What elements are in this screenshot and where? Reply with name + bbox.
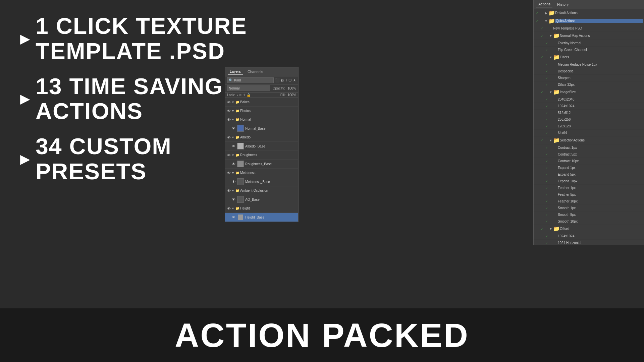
- layer-expand-icon[interactable]: ▼: [231, 118, 234, 121]
- layer-row[interactable]: 👁 AO_Base: [225, 195, 298, 204]
- visibility-toggle[interactable]: 👁: [226, 100, 231, 104]
- layer-expand-icon[interactable]: ▼: [231, 171, 234, 175]
- visibility-toggle[interactable]: 👁: [231, 162, 236, 166]
- action-row[interactable]: ✓ Smooth 1px: [534, 205, 644, 212]
- action-row[interactable]: ✓ 1024x1024: [534, 233, 644, 240]
- action-row[interactable]: ✓ ▼ 📁 Offset: [534, 225, 644, 233]
- tab-actions[interactable]: Actions: [536, 1, 552, 7]
- action-expand-icon[interactable]: ▼: [548, 56, 553, 59]
- layer-row[interactable]: 👁 ▼📁 Metalness: [225, 169, 298, 177]
- action-row[interactable]: ✓ Median Reduce Noise 1px: [534, 61, 644, 68]
- action-expand-icon[interactable]: ▼: [548, 227, 553, 231]
- action-row[interactable]: ✓ 64x64: [534, 130, 644, 136]
- visibility-toggle[interactable]: 👁: [231, 197, 236, 201]
- layer-row[interactable]: 👁 ▼📁 Photos: [225, 107, 298, 115]
- visibility-toggle[interactable]: 👁: [231, 215, 236, 219]
- visibility-toggle[interactable]: 👁: [226, 206, 231, 210]
- lock-paint-icon[interactable]: ✏: [239, 93, 242, 97]
- tab-history[interactable]: History: [555, 2, 571, 7]
- layer-expand-icon[interactable]: ▼: [231, 109, 234, 113]
- lock-all-icon[interactable]: 🔒: [247, 93, 251, 97]
- action-row[interactable]: ✓ 1024x1024: [534, 103, 644, 110]
- lock-move-icon[interactable]: ✛: [243, 93, 246, 97]
- action-expand-icon[interactable]: ▼: [548, 34, 553, 38]
- layer-expand-icon[interactable]: ▼: [231, 207, 234, 210]
- layer-expand-icon[interactable]: ▼: [231, 136, 234, 139]
- action-row[interactable]: ✓ Contract 1px: [534, 144, 644, 151]
- action-row[interactable]: ✓ Smooth 10px: [534, 218, 644, 225]
- action-row[interactable]: ✓ 512x512: [534, 110, 644, 116]
- lock-transparent-icon[interactable]: ▪: [237, 93, 238, 97]
- feature-text-1: 1 CLICK TEXTURE TEMPLATE .PSD: [36, 13, 288, 64]
- smart-filter-icon[interactable]: ★: [293, 78, 296, 82]
- action-row[interactable]: ✓ 1024 Horizontal: [534, 240, 644, 244]
- layer-row[interactable]: 👁 ▼📁 Roughness: [225, 151, 298, 160]
- adjustment-filter-icon[interactable]: ◐: [281, 78, 284, 82]
- action-folder-icon: 📁: [548, 18, 555, 24]
- layer-row[interactable]: 👁 ▼📁 Height: [225, 204, 298, 213]
- layers-search[interactable]: 🔍 Kind: [227, 77, 274, 83]
- action-row[interactable]: ✓ ▼ 📁 Filters: [534, 53, 644, 61]
- action-row[interactable]: ✓ 128x128: [534, 123, 644, 130]
- action-row[interactable]: ✓ Smooth 5px: [534, 212, 644, 218]
- action-name: New Template PSD: [553, 26, 643, 30]
- action-row[interactable]: ✓ Feather 10px: [534, 198, 644, 205]
- layer-row[interactable]: 👁 ▼📁 Albedo: [225, 133, 298, 142]
- action-name: Normal Map Actions: [560, 34, 643, 38]
- fill-value[interactable]: 100%: [287, 93, 296, 97]
- visibility-toggle[interactable]: 👁: [226, 189, 231, 193]
- action-row[interactable]: ✓ ▶ 📁 Default Actions: [534, 9, 644, 17]
- layer-row[interactable]: 👁 ▼📁 Normal: [225, 115, 298, 124]
- shape-filter-icon[interactable]: ⬡: [288, 78, 292, 82]
- layer-row[interactable]: 👁 Roughness_Base: [225, 160, 298, 169]
- action-row[interactable]: ✓ ▼ 📁 SelectionActions: [534, 136, 644, 144]
- visibility-toggle[interactable]: 👁: [231, 126, 236, 130]
- layer-expand-icon[interactable]: ▼: [231, 154, 234, 157]
- action-row[interactable]: ✓ Despeckle: [534, 68, 644, 75]
- action-row[interactable]: ✓ ▼ 📁 QuickActions: [534, 17, 644, 25]
- visibility-toggle[interactable]: 👁: [226, 153, 231, 157]
- action-row[interactable]: ✓ 2048x2048: [534, 96, 644, 103]
- action-expand-icon[interactable]: ▼: [548, 139, 553, 142]
- action-row[interactable]: ✓ New Template PSD: [534, 25, 644, 32]
- action-row[interactable]: ✓ ▼ 📁 ImageSize: [534, 88, 644, 96]
- layer-row[interactable]: 👁 ▼📁 Ambient Occlusion: [225, 186, 298, 195]
- layer-row[interactable]: 👁 Height_Base: [225, 213, 298, 222]
- visibility-toggle[interactable]: 👁: [226, 135, 231, 139]
- action-row[interactable]: ✓ Feather 5px: [534, 191, 644, 198]
- action-row[interactable]: ✓ Expand 10px: [534, 178, 644, 185]
- action-row[interactable]: ✓ Feather 1px: [534, 185, 644, 191]
- action-row[interactable]: ✓ Dilate 32px: [534, 81, 644, 88]
- pixel-filter-icon[interactable]: ⬛: [275, 78, 280, 82]
- action-expand-icon[interactable]: ▶: [544, 11, 548, 15]
- opacity-value[interactable]: 100%: [287, 86, 296, 90]
- tab-channels[interactable]: Channels: [246, 69, 265, 74]
- action-row[interactable]: ✓ Contract 10px: [534, 158, 644, 165]
- tab-layers[interactable]: Layers: [228, 69, 243, 75]
- layer-expand-icon[interactable]: ▼: [231, 189, 234, 192]
- action-row[interactable]: ✓ Sharpen: [534, 75, 644, 81]
- action-row[interactable]: ✓ Expand 5px: [534, 171, 644, 178]
- layer-row[interactable]: 👁 Metalness_Base: [225, 177, 298, 186]
- visibility-toggle[interactable]: 👁: [226, 109, 231, 113]
- action-row[interactable]: ✓ Contract 5px: [534, 151, 644, 158]
- layer-thumbnail: [237, 143, 244, 149]
- visibility-toggle[interactable]: 👁: [231, 180, 236, 184]
- action-row[interactable]: ✓ 256x256: [534, 116, 644, 123]
- layer-expand-icon[interactable]: ▼: [231, 101, 234, 104]
- visibility-toggle[interactable]: 👁: [231, 144, 236, 148]
- layer-row[interactable]: 👁 ▼📁 Bakes: [225, 98, 298, 107]
- text-filter-icon[interactable]: T: [285, 78, 287, 82]
- blend-mode-select[interactable]: Normal: [227, 85, 270, 91]
- bullet-1: ▸: [20, 30, 29, 47]
- visibility-toggle[interactable]: 👁: [226, 171, 231, 175]
- layer-row[interactable]: 👁 Normal_Base: [225, 124, 298, 133]
- action-expand-icon[interactable]: ▼: [548, 90, 553, 94]
- action-row[interactable]: ✓ Flip Green Channel: [534, 47, 644, 53]
- action-row[interactable]: ✓ Overlay Normal: [534, 40, 644, 47]
- action-row[interactable]: ✓ Expand 1px: [534, 165, 644, 171]
- visibility-toggle[interactable]: 👁: [226, 118, 231, 122]
- layer-row[interactable]: 👁 Albedo_Base: [225, 142, 298, 151]
- action-row[interactable]: ✓ ▼ 📁 Normal Map Actions: [534, 32, 644, 40]
- action-expand-icon[interactable]: ▼: [544, 19, 548, 23]
